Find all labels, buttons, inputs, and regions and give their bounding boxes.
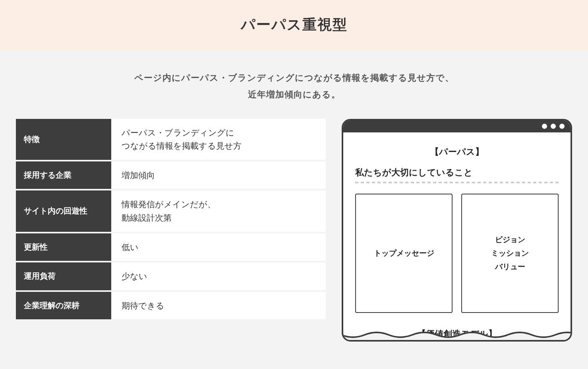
table-row: 更新性 低い <box>16 233 326 261</box>
table-value: 少ない <box>111 262 326 290</box>
mock-card-label: ビジョン <box>495 235 525 245</box>
table-row: 企業理解の深耕 期待できる <box>16 292 326 320</box>
dotted-divider <box>355 182 559 183</box>
mock-cards-row: トップメッセージ ビジョン ミッション バリュー <box>355 194 559 313</box>
table-row: 特徴 パーパス・ブランディングに つながる情報を掲載する見せ方 <box>16 119 326 160</box>
title-bar: パーパス重視型 <box>0 0 588 50</box>
mock-browser-section: 【パーパス】 私たちが大切にしていること トップメッセージ ビジョン ミッション… <box>342 119 572 342</box>
mock-card-vmv: ビジョン ミッション バリュー <box>461 194 559 313</box>
mock-window-titlebar <box>343 120 571 132</box>
mock-card-top-message: トップメッセージ <box>355 194 453 313</box>
mock-section-title: 【パーパス】 <box>355 146 559 158</box>
table-value: 期待できる <box>111 292 326 320</box>
mock-card-label: ミッション <box>491 248 529 258</box>
mock-subheading: 私たちが大切にしていること <box>355 167 559 179</box>
table-header: 特徴 <box>16 119 111 160</box>
table-value: 増加傾向 <box>111 161 326 189</box>
table-row: 採用する企業 増加傾向 <box>16 161 326 189</box>
description-line1: ページ内にパーパス・ブランディングにつながる情報を掲載する見せ方で、 <box>8 70 580 86</box>
table-header: 更新性 <box>16 233 111 261</box>
window-dot-icon <box>559 124 565 129</box>
table-value: パーパス・ブランディングに つながる情報を掲載する見せ方 <box>111 119 326 160</box>
table-row: 運用負荷 少ない <box>16 262 326 290</box>
mock-card-label: バリュー <box>495 262 525 272</box>
table-header: 企業理解の深耕 <box>16 292 111 320</box>
table-header: 採用する企業 <box>16 161 111 189</box>
window-dot-icon <box>551 124 556 129</box>
description-block: ページ内にパーパス・ブランディングにつながる情報を掲載する見せ方で、 近年増加傾… <box>0 50 588 119</box>
table-row: サイト内の回遊性 情報発信がメインだが、 動線設計次第 <box>16 190 326 231</box>
description-line2: 近年増加傾向にある。 <box>8 86 580 103</box>
window-dot-icon <box>542 124 547 129</box>
attributes-table: 特徴 パーパス・ブランディングに つながる情報を掲載する見せ方 採用する企業 増… <box>16 119 326 342</box>
table-value: 情報発信がメインだが、 動線設計次第 <box>111 190 326 231</box>
mock-browser: 【パーパス】 私たちが大切にしていること トップメッセージ ビジョン ミッション… <box>342 119 572 342</box>
wavy-edge-icon <box>342 331 572 341</box>
mock-card-label: トップメッセージ <box>374 248 434 258</box>
table-header: 運用負荷 <box>16 262 111 290</box>
table-value: 低い <box>111 233 326 261</box>
table-header: サイト内の回遊性 <box>16 190 111 231</box>
mock-content: 【パーパス】 私たちが大切にしていること トップメッセージ ビジョン ミッション… <box>343 132 571 340</box>
page-title: パーパス重視型 <box>0 15 588 35</box>
content-area: 特徴 パーパス・ブランディングに つながる情報を掲載する見せ方 採用する企業 増… <box>0 119 588 342</box>
